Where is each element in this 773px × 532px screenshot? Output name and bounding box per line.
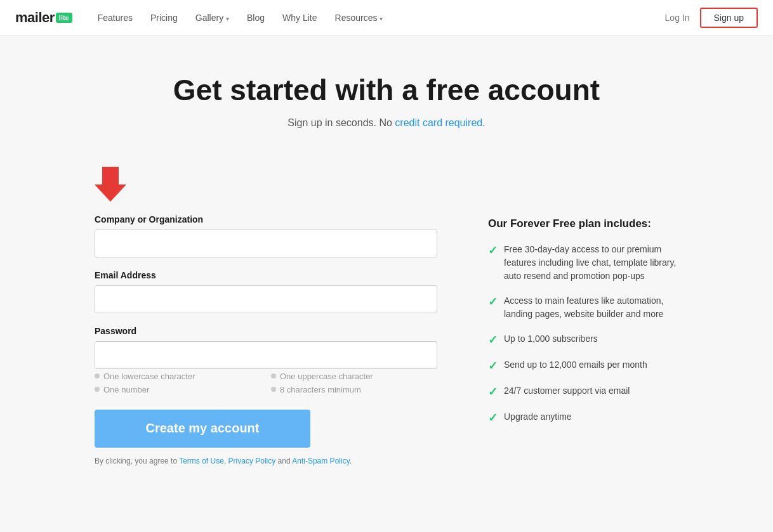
terms-sep2: and: [275, 457, 292, 465]
chevron-down-icon: ▾: [380, 15, 383, 22]
benefit-item-2: ✓Up to 1,000 subscribers: [488, 332, 678, 347]
check-icon: ✓: [488, 385, 498, 399]
chevron-down-icon: ▾: [226, 15, 229, 22]
terms-of-use-link[interactable]: Terms of Use: [179, 457, 224, 465]
nav-links: FeaturesPricingGallery ▾BlogWhy LiteReso…: [98, 13, 665, 23]
password-input[interactable]: [95, 341, 437, 369]
hero-credit-card-link[interactable]: credit card required: [395, 117, 482, 128]
terms-text: By clicking, you agree to Terms of Use, …: [95, 457, 437, 465]
svg-marker-0: [95, 167, 126, 202]
nav-link-gallery[interactable]: Gallery ▾: [195, 13, 229, 23]
create-account-button[interactable]: Create my account: [95, 410, 310, 448]
privacy-policy-link[interactable]: Privacy Policy: [228, 457, 276, 465]
password-hints: One lowercase characterOne uppercase cha…: [95, 372, 437, 394]
benefit-item-3: ✓Send up to 12,000 emails per month: [488, 358, 678, 373]
email-input[interactable]: [95, 285, 437, 313]
main-content: Company or Organization Email Address Pa…: [69, 154, 704, 503]
hero-subtitle-text: Sign up in seconds. No: [287, 117, 395, 128]
company-input[interactable]: [95, 230, 437, 257]
logo-text: mailer: [15, 10, 55, 26]
benefit-item-0: ✓Free 30-day-day access to our premium f…: [488, 243, 678, 283]
hero-section: Get started with a free account Sign up …: [0, 36, 773, 154]
password-hint-1: One uppercase character: [271, 372, 437, 381]
check-icon: ✓: [488, 243, 498, 257]
password-hint-2: One number: [95, 385, 261, 394]
check-icon: ✓: [488, 333, 498, 347]
check-icon: ✓: [488, 359, 498, 373]
benefit-text: Upgrade anytime: [504, 410, 572, 424]
password-label: Password: [95, 326, 437, 336]
hint-label: One uppercase character: [280, 372, 373, 381]
logo-badge: lite: [56, 13, 72, 23]
hint-dot: [271, 373, 276, 379]
logo[interactable]: mailerlite: [15, 10, 72, 26]
hint-label: One number: [103, 385, 149, 394]
hint-label: One lowercase character: [103, 372, 195, 381]
hint-dot: [271, 387, 276, 392]
password-hint-3: 8 characters minimum: [271, 385, 437, 394]
arrow-indicator: [95, 167, 126, 202]
benefit-item-5: ✓Upgrade anytime: [488, 410, 678, 425]
email-label: Email Address: [95, 270, 437, 280]
terms-prefix: By clicking, you agree to: [95, 457, 179, 465]
password-hint-0: One lowercase character: [95, 372, 261, 381]
benefit-text: Free 30-day-day access to our premium fe…: [504, 243, 678, 283]
benefit-text: 24/7 customer support via email: [504, 384, 630, 398]
hint-dot: [95, 387, 100, 392]
benefit-item-4: ✓24/7 customer support via email: [488, 384, 678, 399]
hint-label: 8 characters minimum: [280, 385, 361, 394]
check-icon: ✓: [488, 295, 498, 309]
benefit-text: Access to main features like automation,…: [504, 294, 678, 321]
benefit-text: Send up to 12,000 emails per month: [504, 358, 647, 372]
navbar: mailerlite FeaturesPricingGallery ▾BlogW…: [0, 0, 773, 36]
signup-form: Company or Organization Email Address Pa…: [95, 167, 437, 465]
company-label: Company or Organization: [95, 214, 437, 224]
hint-dot: [95, 373, 100, 379]
nav-link-features[interactable]: Features: [98, 13, 133, 23]
benefits-title: Our Forever Free plan includes:: [488, 217, 678, 230]
check-icon: ✓: [488, 411, 498, 425]
nav-actions: Log In Sign up: [665, 8, 758, 28]
nav-link-blog[interactable]: Blog: [247, 13, 265, 23]
hero-subtitle-end: .: [482, 117, 485, 128]
terms-suffix: .: [350, 457, 352, 465]
benefits-section: Our Forever Free plan includes: ✓Free 30…: [488, 167, 678, 465]
nav-link-pricing[interactable]: Pricing: [150, 13, 178, 23]
benefits-list: ✓Free 30-day-day access to our premium f…: [488, 243, 678, 425]
anti-spam-link[interactable]: Anti-Spam Policy: [292, 457, 349, 465]
hero-title: Get started with a free account: [13, 74, 760, 107]
signup-button[interactable]: Sign up: [700, 8, 758, 28]
hero-subtitle: Sign up in seconds. No credit card requi…: [13, 117, 760, 129]
login-button[interactable]: Log In: [665, 13, 690, 23]
nav-link-why-lite[interactable]: Why Lite: [282, 13, 317, 23]
terms-sep1: ,: [224, 457, 228, 465]
nav-link-resources[interactable]: Resources ▾: [335, 13, 383, 23]
benefit-item-1: ✓Access to main features like automation…: [488, 294, 678, 321]
benefit-text: Up to 1,000 subscribers: [504, 332, 598, 346]
